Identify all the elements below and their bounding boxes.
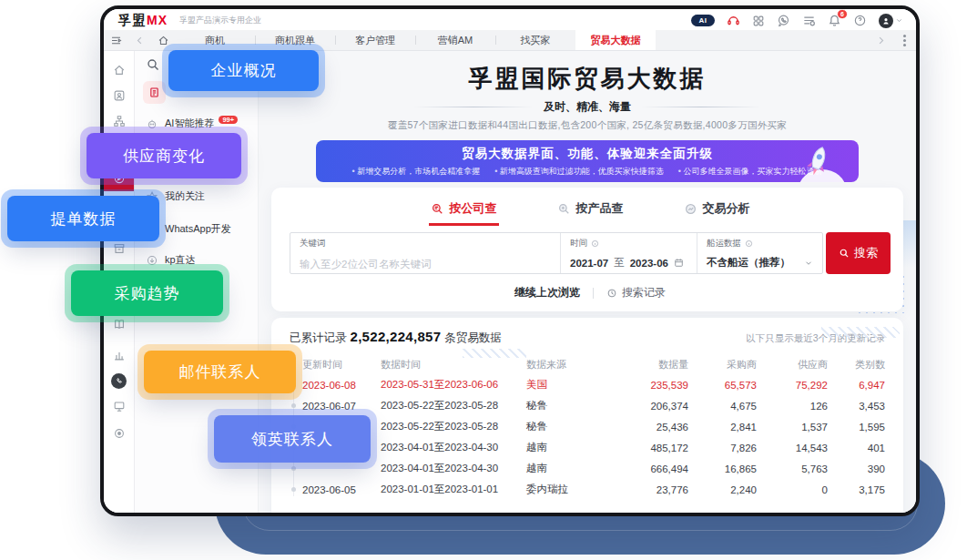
callout-company-overview: 企业概况 — [168, 50, 319, 91]
shipping-value: 不含船运（推荐） — [707, 256, 790, 270]
trade-data-icon — [148, 87, 160, 98]
logo-text-accent: MX — [147, 13, 168, 27]
tab-trade-analysis[interactable]: 交易分析 — [682, 196, 752, 226]
cell-volume: 666,494 — [636, 463, 688, 474]
upgrade-banner[interactable]: 贸易大数据界面、功能、体验迎来全面升级 新增交易分析，市场机会精准拿握 新增高级… — [316, 140, 859, 182]
cell-categories: 1,595 — [828, 422, 885, 433]
table-row[interactable]: 2023-06-05 2023-01-01至2023-01-01 委内瑞拉 23… — [290, 479, 885, 500]
help-icon[interactable] — [853, 14, 867, 27]
headset-icon[interactable] — [727, 14, 740, 27]
keyword-input[interactable] — [300, 259, 551, 270]
keyword-field[interactable]: 关键词 — [290, 233, 560, 273]
table-header-row: 更新时间 数据时间 数据来源 数据量 采购商 供应商 类别数 — [290, 354, 885, 374]
page-subtitle: 及时、精准、海量 — [259, 99, 916, 115]
strip-target-icon[interactable] — [104, 422, 134, 445]
stats-suffix: 条贸易数据 — [444, 331, 502, 346]
total-records: 已累计记录 2,522,224,857 条贸易数据 — [290, 329, 502, 346]
cell-buyers: 4,675 — [688, 401, 757, 412]
nav-tab-trade-data-active[interactable]: 贸易大数据 — [575, 30, 656, 50]
search-icon — [839, 248, 850, 259]
cell-update: 2023-06-05 — [290, 484, 381, 495]
rocket-icon — [802, 144, 833, 180]
table-row[interactable]: 2023-04-01至2023-04-30 越南 485,172 7,826 1… — [290, 437, 885, 458]
collapse-sidebar-icon[interactable] — [104, 30, 127, 50]
nav-spacer — [656, 30, 869, 50]
ai-badge[interactable]: AI — [691, 15, 715, 26]
table-row[interactable]: 2023-05-22至2023-05-28 秘鲁 25,436 2,841 1,… — [290, 416, 885, 437]
cell-suppliers: 1,537 — [757, 422, 828, 433]
strip-chart-icon[interactable] — [104, 343, 134, 367]
calendar-icon — [674, 258, 684, 268]
cell-categories: 390 — [828, 463, 885, 474]
records-table: 更新时间 数据时间 数据来源 数据量 采购商 供应商 类别数 2023-06-0… — [290, 354, 885, 500]
info-icon — [591, 239, 599, 248]
nav-tab-zhaomaijia[interactable]: 找买家 — [495, 30, 575, 50]
col-header: 类别数 — [828, 358, 885, 372]
time-field[interactable]: 时间 2021-07 至 2023-06 — [560, 233, 697, 273]
callout-supplier-changes: 供应商变化 — [87, 133, 241, 178]
nav-back-icon[interactable] — [127, 30, 151, 50]
logo-bar: 孚盟 MX 孚盟产品演示专用企业 AI — [104, 9, 916, 30]
time-to: 2023-06 — [630, 258, 668, 269]
table-row[interactable]: 2023-06-07 2023-05-22至2023-05-28 秘鲁 206,… — [290, 395, 885, 416]
strip-monitor-icon[interactable] — [104, 394, 134, 418]
apps-grid-icon[interactable] — [752, 15, 765, 27]
time-from: 2021-07 — [570, 258, 608, 269]
tenant-subtitle: 孚盟产品演示专用企业 — [179, 15, 261, 26]
bell-icon[interactable]: 6 — [828, 14, 841, 27]
cell-source: 秘鲁 — [526, 420, 636, 433]
nav-more-icon[interactable] — [892, 30, 916, 50]
cell-categories: 6,947 — [828, 380, 885, 391]
cell-volume: 485,172 — [636, 443, 688, 453]
banner-bullets: 新增交易分析，市场机会精准拿握 新增高级查询和过滤功能，优质买家快捷筛选 公司多… — [316, 166, 859, 178]
search-history-label: 搜索记录 — [622, 285, 666, 300]
banner-title: 贸易大数据界面、功能、体验迎来全面升级 — [316, 146, 859, 162]
col-header: 更新时间 — [290, 358, 381, 372]
whatsapp-icon[interactable] — [777, 14, 790, 27]
banner-bullet: 新增高级查询和过滤功能，优质买家快捷筛选 — [494, 166, 664, 178]
cell-period: 2023-05-22至2023-05-28 — [381, 420, 526, 433]
topbar-icons: AI 6 — [691, 14, 903, 28]
nav-tab-kehu-guanli[interactable]: 客户管理 — [335, 30, 415, 50]
shipping-field[interactable]: 船运数据 不含船运（推荐） — [697, 233, 822, 273]
strip-contacts-icon[interactable] — [104, 84, 134, 107]
search-fields: 关键词 时间 2021-07 至 — [290, 232, 823, 274]
search-button[interactable]: 搜索 — [826, 232, 891, 274]
info-icon — [745, 239, 753, 248]
cell-suppliers: 0 — [757, 484, 828, 495]
user-menu[interactable] — [879, 14, 903, 28]
cell-period: 2023-05-31至2023-06-06 — [381, 378, 526, 392]
table-row[interactable]: 2023-04-01至2023-04-30 越南 666,494 16,865 … — [290, 458, 885, 479]
col-header: 数据量 — [636, 358, 688, 372]
tab-by-company[interactable]: 按公司查 — [429, 196, 499, 226]
time-label-text: 时间 — [570, 238, 587, 249]
strip-whatsapp-icon[interactable] — [104, 369, 134, 392]
search-history-link[interactable]: 搜索记录 — [606, 285, 666, 300]
keyword-label: 关键词 — [300, 238, 551, 249]
tab-by-product[interactable]: 按产品查 — [555, 196, 626, 226]
nav-tab-yingxiao[interactable]: 营销AM — [415, 30, 495, 50]
cell-suppliers: 75,292 — [757, 380, 828, 391]
cell-categories: 3,175 — [828, 484, 885, 495]
stats-row: 已累计记录 2,522,224,857 条贸易数据 以下只显示最近3个月的更新记… — [290, 329, 885, 346]
brand-logo: 孚盟 MX — [118, 13, 168, 29]
log-icon[interactable] — [802, 14, 816, 27]
cell-volume: 206,374 — [636, 401, 688, 412]
sidebar-search-icon[interactable] — [146, 57, 160, 72]
col-header: 采购商 — [688, 358, 757, 372]
timeline-dot — [291, 403, 296, 408]
continue-browse-link[interactable]: 继续上次浏览 — [514, 285, 580, 300]
strip-home-icon[interactable] — [104, 58, 134, 82]
col-header: 数据时间 — [381, 358, 526, 372]
bell-badge: 6 — [837, 9, 848, 19]
cell-buyers: 2,841 — [688, 422, 757, 433]
page-description: 覆盖57个国家进口数据和44国出口数据,包含200个国家, 25亿条贸易数据,4… — [259, 119, 916, 132]
nav-forward-icon[interactable] — [869, 30, 892, 50]
table-row[interactable]: 2023-06-08 2023-05-31至2023-06-06 美国 235,… — [290, 374, 885, 395]
shipping-label: 船运数据 — [707, 238, 813, 249]
divider — [593, 288, 594, 299]
stats-count: 2,522,224,857 — [351, 329, 442, 344]
callout-purchase-trends: 采购趋势 — [71, 270, 223, 316]
chevron-down-icon — [804, 259, 813, 268]
search-panel: 按公司查 按产品查 交易分析 — [271, 188, 903, 311]
